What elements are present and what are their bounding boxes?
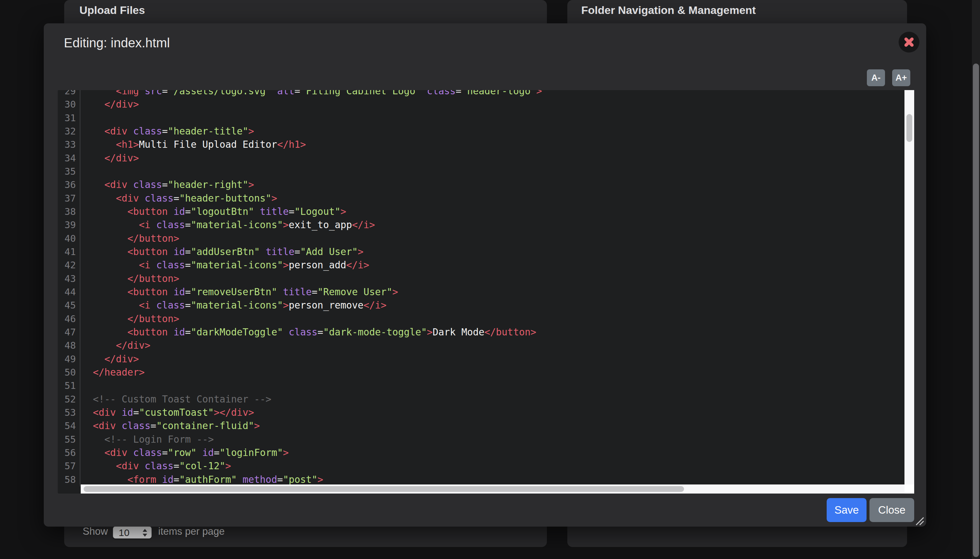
code-text: <button id="removeUserBtn" title="Remove… (80, 286, 398, 299)
line-number: 44 (58, 286, 80, 299)
folder-navigation-title: Folder Navigation & Management (581, 4, 756, 17)
code-line: 48 </div> (58, 339, 914, 352)
line-number: 38 (58, 205, 80, 218)
code-line: 39 <i class="material-icons">exit_to_app… (58, 218, 914, 232)
code-text: <h1>Multi File Upload Editor</h1> (80, 138, 306, 151)
code-text: <div class="header-title"> (80, 125, 254, 138)
code-line: 46 </button> (58, 313, 914, 326)
code-line: 42 <i class="material-icons">person_add<… (58, 259, 914, 272)
modal-title: Editing: index.html (64, 35, 170, 51)
code-line: 33 <h1>Multi File Upload Editor</h1> (58, 138, 914, 151)
code-text: <div class="row" id="loginForm"> (80, 446, 288, 460)
font-decrease-button[interactable]: A- (867, 69, 885, 86)
save-button[interactable]: Save (827, 498, 867, 522)
app-root: Upload Files Folder Navigation & Managem… (0, 0, 980, 559)
code-line: 32 <div class="header-title"> (58, 125, 914, 138)
line-number: 35 (58, 165, 80, 178)
code-text: <div class="container-fluid"> (80, 419, 260, 433)
items-per-page-label: items per page (158, 525, 225, 538)
editor-vscrollbar-track[interactable] (904, 90, 914, 485)
show-label: Show (83, 525, 108, 538)
line-number: 29 (58, 90, 80, 98)
page-scrollbar-thumb[interactable] (973, 63, 979, 557)
items-per-page-value: 10 (119, 527, 129, 538)
editor-hscrollbar-track[interactable] (81, 485, 904, 494)
code-lines: 29 <img src="/assets/logo.svg" alt="Fili… (58, 90, 914, 486)
line-number: 41 (58, 245, 80, 259)
close-button[interactable]: Close (869, 498, 914, 522)
code-text: </div> (80, 152, 139, 165)
line-number: 32 (58, 125, 80, 138)
line-number: 57 (58, 460, 80, 473)
code-line: 56 <div class="row" id="loginForm"> (58, 446, 914, 460)
code-text: <img src="/assets/logo.svg" alt="Filing … (80, 90, 542, 98)
code-text: <!-- Login Form --> (80, 433, 214, 446)
code-text (80, 165, 81, 178)
line-number: 55 (58, 433, 80, 446)
code-line: 37 <div class="header-buttons"> (58, 192, 914, 205)
code-text: <div class="header-buttons"> (80, 192, 277, 205)
code-line: 54 <div class="container-fluid"> (58, 419, 914, 433)
line-number: 34 (58, 152, 80, 165)
code-editor[interactable]: 29 <img src="/assets/logo.svg" alt="Fili… (58, 90, 914, 494)
editor-hscrollbar-thumb[interactable] (84, 486, 684, 492)
line-number: 53 (58, 406, 80, 419)
code-line: 50 </header> (58, 366, 914, 379)
code-line: 57 <div class="col-12"> (58, 460, 914, 473)
line-number: 42 (58, 259, 80, 272)
code-line: 53 <div id="customToast"></div> (58, 406, 914, 419)
items-per-page-select[interactable]: 10 (113, 526, 152, 539)
code-text: <!-- Custom Toast Container --> (80, 393, 271, 406)
code-text: <button id="darkModeToggle" class="dark-… (80, 326, 536, 339)
editor-vscrollbar-thumb[interactable] (906, 114, 912, 142)
line-number: 40 (58, 232, 80, 245)
line-number: 31 (58, 111, 80, 125)
code-text: <div class="col-12"> (80, 460, 231, 473)
code-text: <div id="customToast"></div> (80, 406, 254, 419)
line-number: 33 (58, 138, 80, 151)
line-number: 50 (58, 366, 80, 379)
code-line: 34 </div> (58, 152, 914, 165)
upload-files-title: Upload Files (79, 4, 145, 17)
code-text: <button id="addUserBtn" title="Add User"… (80, 245, 363, 259)
code-line: 43 </button> (58, 272, 914, 286)
line-number: 46 (58, 313, 80, 326)
code-line: 44 <button id="removeUserBtn" title="Rem… (58, 286, 914, 299)
resize-grip-icon[interactable] (915, 517, 925, 526)
code-line: 40 </button> (58, 232, 914, 245)
code-text: </button> (80, 272, 179, 286)
code-text: </div> (80, 352, 139, 366)
code-text (80, 111, 81, 125)
line-number: 47 (58, 326, 80, 339)
line-number: 54 (58, 419, 80, 433)
line-number: 48 (58, 339, 80, 352)
scrollbar-corner (904, 485, 914, 494)
code-text: </div> (80, 339, 151, 352)
code-line: 49 </div> (58, 352, 914, 366)
code-text (80, 379, 81, 392)
code-text: <i class="material-icons">person_add</i> (80, 259, 369, 272)
line-number: 30 (58, 98, 80, 111)
code-line: 29 <img src="/assets/logo.svg" alt="Fili… (58, 90, 914, 98)
line-number: 51 (58, 379, 80, 392)
font-increase-button[interactable]: A+ (892, 69, 910, 86)
page-scrollbar-track[interactable] (972, 0, 980, 559)
code-line: 30 </div> (58, 98, 914, 111)
code-line: 41 <button id="addUserBtn" title="Add Us… (58, 245, 914, 259)
code-text: <div class="header-right"> (80, 178, 254, 192)
code-text: </button> (80, 232, 179, 245)
code-line: 52 <!-- Custom Toast Container --> (58, 393, 914, 406)
code-text: </button> (80, 313, 179, 326)
line-number: 43 (58, 272, 80, 286)
line-number: 49 (58, 352, 80, 366)
code-line: 31 (58, 111, 914, 125)
line-number: 58 (58, 473, 80, 486)
code-text: </div> (80, 98, 139, 111)
code-line: 36 <div class="header-right"> (58, 178, 914, 192)
modal-close-icon[interactable] (899, 32, 919, 53)
code-line: 45 <i class="material-icons">person_remo… (58, 299, 914, 312)
code-line: 51 (58, 379, 914, 392)
code-text: <i class="material-icons">person_remove<… (80, 299, 386, 312)
edit-file-modal: Editing: index.html A- A+ 29 <img src="/… (44, 23, 926, 527)
line-number: 45 (58, 299, 80, 312)
